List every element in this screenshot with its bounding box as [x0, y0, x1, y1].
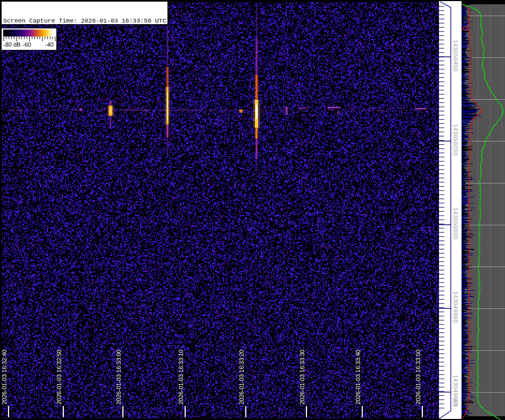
colorbar-db-label: -60	[23, 41, 31, 48]
time-axis-tick	[245, 406, 246, 417]
frequency-axis-label: 143050200	[452, 124, 459, 156]
time-axis-tick	[422, 406, 423, 417]
colorbar-db-label: -80 dB	[3, 41, 20, 48]
time-axis-label: 2026-01-03 16:33:30	[299, 350, 305, 404]
time-axis-tick	[122, 406, 123, 417]
time-axis-label: 2026-01-03 16:33:20	[238, 350, 245, 404]
time-axis-label: 2026-01-03 16:33:40	[355, 350, 361, 404]
colorbar-db-label: -40	[45, 41, 54, 48]
frequency-unit-label: Hz	[452, 399, 459, 407]
spectrum-lab-screen: 1430504001430502001430500001430498001430…	[0, 0, 505, 420]
colorbar-gradient	[3, 30, 55, 36]
time-axis-label: 2026-01-03 16:32:50	[56, 350, 62, 404]
frequency-axis-label: 143049800	[452, 291, 459, 323]
capture-info-box: Screen Capture Time: 2026-01-03 16:33:56…	[1, 1, 168, 25]
time-axis-tick	[306, 406, 307, 417]
capture-time-text: Screen Capture Time: 2026-01-03 16:33:56…	[3, 17, 166, 25]
intensity-colorbar: -80 dB-60-40	[1, 28, 57, 50]
time-axis-tick	[63, 406, 64, 417]
time-axis-label: 2026-01-03 16:33:10	[178, 350, 184, 404]
frequency-axis-label: 143050400	[452, 40, 459, 72]
spectrum-graph	[462, 0, 505, 420]
time-axis-label: 2026-01-03 16:33:00	[115, 350, 122, 404]
time-axis-tick	[362, 406, 363, 417]
frequency-axis-label: 143050000	[452, 208, 459, 240]
time-axis-label: 2026-01-03 16:32:40	[1, 350, 8, 404]
time-axis-tick	[8, 406, 9, 417]
time-axis-tick	[185, 406, 186, 417]
config-text: Config = V8	[3, 62, 166, 70]
time-axis-label: 2026-01-03 16:33:50	[415, 350, 421, 404]
